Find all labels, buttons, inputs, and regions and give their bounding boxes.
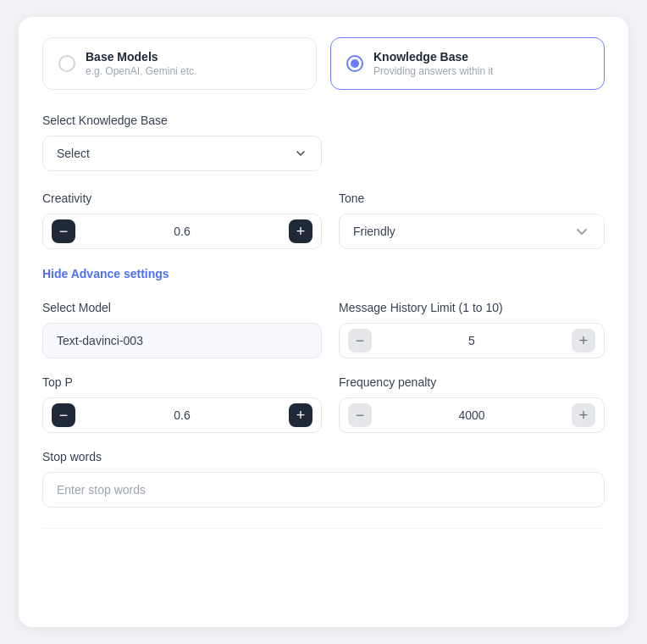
tone-col: Tone Friendly	[339, 192, 605, 249]
message-history-col: Message History Limit (1 to 10) − 5 +	[339, 301, 605, 358]
tone-value: Friendly	[353, 225, 395, 238]
base-models-subtitle: e.g. OpenAI, Gemini etc.	[86, 65, 196, 77]
creativity-label: Creativity	[42, 192, 322, 205]
advance-settings-toggle[interactable]: Hide Advance settings	[42, 267, 169, 280]
base-models-option[interactable]: Base Models e.g. OpenAI, Gemini etc.	[42, 37, 317, 90]
frequency-penalty-label: Frequency penalty	[339, 375, 605, 389]
option-cards: Base Models e.g. OpenAI, Gemini etc. Kno…	[42, 37, 605, 90]
message-history-value: 5	[372, 334, 572, 347]
knowledge-base-label: Select Knowledge Base	[42, 114, 605, 127]
message-history-increase-button[interactable]: +	[572, 329, 595, 353]
model-history-row: Select Model Message History Limit (1 to…	[42, 301, 605, 358]
stop-words-label: Stop words	[42, 450, 605, 464]
creativity-tone-row: Creativity − 0.6 + Tone Friendly	[42, 192, 605, 249]
frequency-penalty-value: 4000	[372, 408, 572, 422]
stop-words-section: Stop words	[42, 450, 605, 508]
knowledge-base-select[interactable]: Select	[42, 136, 322, 171]
select-model-input[interactable]	[42, 323, 322, 358]
creativity-stepper: − 0.6 +	[42, 214, 322, 249]
top-p-stepper: − 0.6 +	[42, 397, 322, 433]
message-history-label: Message History Limit (1 to 10)	[339, 301, 605, 314]
top-p-increase-button[interactable]: +	[289, 403, 312, 427]
top-p-value: 0.6	[75, 408, 289, 422]
creativity-increase-button[interactable]: +	[289, 219, 312, 243]
frequency-penalty-col: Frequency penalty − 4000 +	[339, 375, 605, 433]
stop-words-input[interactable]	[42, 472, 605, 508]
knowledge-base-subtitle: Providing answers within it	[373, 65, 493, 77]
base-models-text: Base Models e.g. OpenAI, Gemini etc.	[86, 50, 196, 77]
tone-chevron-icon	[573, 223, 590, 240]
knowledge-base-title: Knowledge Base	[373, 50, 493, 64]
top-p-decrease-button[interactable]: −	[52, 403, 75, 427]
message-history-decrease-button[interactable]: −	[348, 329, 372, 353]
tone-select[interactable]: Friendly	[339, 214, 605, 249]
frequency-penalty-stepper: − 4000 +	[339, 397, 605, 433]
creativity-value: 0.6	[75, 225, 289, 238]
knowledge-base-select-wrapper: Select	[42, 136, 322, 171]
message-history-stepper: − 5 +	[339, 323, 605, 358]
base-models-title: Base Models	[86, 50, 196, 64]
bottom-divider	[42, 528, 605, 529]
knowledge-base-select-value: Select	[57, 147, 90, 160]
top-p-label: Top P	[42, 375, 322, 389]
frequency-penalty-decrease-button[interactable]: −	[348, 403, 372, 427]
knowledge-base-chevron-icon	[294, 147, 307, 160]
knowledge-base-text: Knowledge Base Providing answers within …	[373, 50, 493, 77]
creativity-col: Creativity − 0.6 +	[42, 192, 322, 249]
topp-frequency-row: Top P − 0.6 + Frequency penalty − 4000 +	[42, 375, 605, 433]
creativity-decrease-button[interactable]: −	[52, 219, 75, 243]
select-model-col: Select Model	[42, 301, 322, 358]
top-p-col: Top P − 0.6 +	[42, 375, 322, 433]
base-models-radio[interactable]	[58, 55, 75, 72]
select-model-label: Select Model	[42, 301, 322, 314]
tone-label: Tone	[339, 192, 605, 205]
knowledge-base-option[interactable]: Knowledge Base Providing answers within …	[330, 37, 605, 90]
knowledge-base-radio[interactable]	[346, 55, 363, 72]
frequency-penalty-increase-button[interactable]: +	[572, 403, 595, 427]
